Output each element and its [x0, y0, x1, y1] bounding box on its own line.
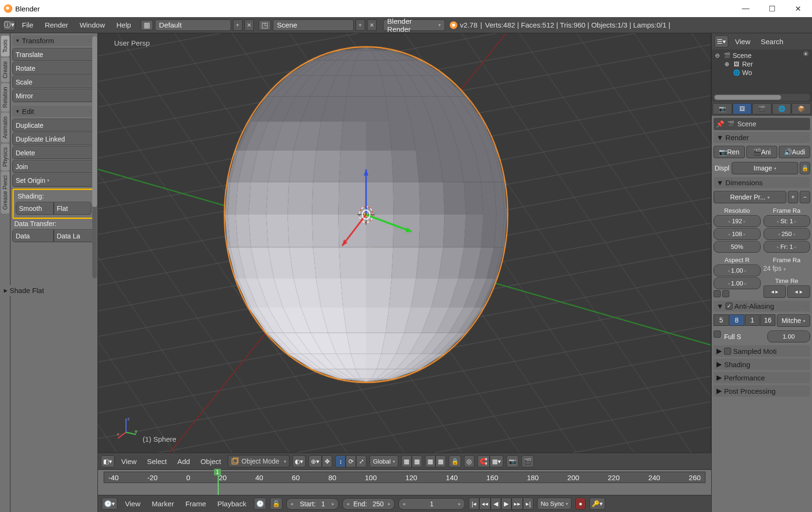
- current-frame-field[interactable]: ◂1▸: [398, 498, 465, 510]
- set-origin-button[interactable]: Set Origin: [12, 174, 95, 187]
- render-image-button[interactable]: 📷Ren: [714, 146, 745, 158]
- manipulator-rotate-icon[interactable]: ⟳: [346, 455, 356, 467]
- tab-render-icon[interactable]: 📷: [713, 103, 732, 114]
- fps-select[interactable]: 24 fps: [764, 265, 811, 276]
- layers-group-2[interactable]: ▦▦: [425, 455, 446, 467]
- data-transfer-button[interactable]: Data: [12, 229, 54, 242]
- preset-add-button[interactable]: +: [788, 191, 798, 203]
- aa-5[interactable]: 5: [714, 314, 729, 326]
- mirror-button[interactable]: Mirror: [12, 89, 95, 102]
- outliner-menu-view[interactable]: View: [731, 36, 754, 47]
- view3d-menu-object[interactable]: Object: [197, 456, 225, 467]
- border-checkbox[interactable]: [714, 290, 721, 297]
- tool-tab-create[interactable]: Create: [1, 57, 10, 82]
- view3d-menu-view[interactable]: View: [117, 456, 140, 467]
- info-editor-type-icon[interactable]: ⓘ▾: [3, 20, 15, 30]
- transform-orientation-select[interactable]: Global: [369, 455, 398, 467]
- anti-aliasing-header[interactable]: ▼✓Anti-Aliasing∷: [714, 301, 810, 312]
- preset-remove-button[interactable]: −: [800, 191, 810, 203]
- join-button[interactable]: Join: [12, 160, 95, 173]
- crop-checkbox[interactable]: [722, 290, 729, 297]
- timeline-menu-marker[interactable]: Marker: [148, 498, 178, 509]
- tab-scene-icon[interactable]: 🎬: [752, 103, 772, 114]
- tool-tab-greasepencil[interactable]: Grease Penci: [1, 171, 10, 214]
- full-sample-checkbox[interactable]: [714, 331, 721, 338]
- timeline-menu-playback[interactable]: Playback: [213, 498, 250, 509]
- tab-object-icon[interactable]: 📦: [792, 103, 811, 114]
- sync-mode-select[interactable]: No Sync: [537, 498, 571, 510]
- use-preview-range-icon[interactable]: 🕒: [254, 498, 266, 510]
- view3d-menu-select[interactable]: Select: [143, 456, 171, 467]
- res-pct-field[interactable]: 50%: [714, 241, 761, 253]
- performance-header[interactable]: ▶Performance: [714, 372, 810, 383]
- opengl-render-anim-icon[interactable]: 🎬: [522, 455, 534, 467]
- object-mode-select[interactable]: Object Mode: [228, 455, 290, 467]
- add-scene-button[interactable]: +: [356, 19, 365, 31]
- view3d-menu-add[interactable]: Add: [174, 456, 194, 467]
- render-display-select[interactable]: Image: [732, 162, 798, 174]
- pivot-icon[interactable]: ⊕▾: [309, 455, 322, 467]
- post-processing-header[interactable]: ▶Post Processing: [714, 385, 810, 397]
- timeline-menu-view[interactable]: View: [121, 498, 144, 509]
- remap-new[interactable]: ◂ ▸: [787, 285, 810, 298]
- outliner-add-icon[interactable]: +: [802, 50, 809, 57]
- 3d-viewport[interactable]: User Persp (1) Sphere x y z: [98, 33, 711, 453]
- manipulator-translate-icon[interactable]: ↕: [335, 455, 346, 467]
- scene-select[interactable]: Scene: [273, 19, 354, 31]
- prev-keyframe-icon[interactable]: ◂◂: [479, 498, 491, 510]
- add-layout-button[interactable]: +: [233, 19, 242, 31]
- menu-window[interactable]: Window: [75, 19, 109, 30]
- menu-file[interactable]: File: [17, 19, 38, 30]
- res-y-field[interactable]: ◂108▸: [714, 228, 761, 240]
- end-frame-field[interactable]: ◂End: 250▸: [342, 498, 395, 510]
- remap-old[interactable]: ◂ ▸: [764, 285, 786, 298]
- proportional-edit-icon[interactable]: ◎: [464, 455, 474, 467]
- outliner-editor-type-icon[interactable]: ☰▾: [715, 36, 728, 47]
- outliner-tree[interactable]: + ⊖🎬Scene ⊕🖼Rer 🌐Wo: [712, 49, 812, 102]
- render-animation-button[interactable]: 🎬Ani: [746, 146, 778, 158]
- autokey-icon[interactable]: ●: [575, 498, 586, 510]
- tool-tab-physics[interactable]: Physics: [1, 143, 10, 171]
- frame-start-field[interactable]: ◂St: 1▸: [764, 215, 811, 227]
- sampled-motion-header[interactable]: ▶Sampled Moti: [714, 345, 810, 357]
- delete-button[interactable]: Delete: [12, 146, 95, 159]
- outliner-hscroll[interactable]: [714, 94, 810, 101]
- dimensions-panel-header[interactable]: ▼Dimensions∷: [714, 177, 810, 188]
- timeline-menu-frame[interactable]: Frame: [182, 498, 210, 509]
- shade-smooth-button[interactable]: Smooth: [16, 202, 54, 215]
- manipulator-scale-icon[interactable]: ⤢: [356, 455, 367, 467]
- timeline-area[interactable]: -40-200204060801001201401601802002202402…: [98, 469, 711, 495]
- tree-row-renderlayers[interactable]: ⊕🖼Rer: [713, 60, 811, 68]
- timeline-editor-type-icon[interactable]: 🕒▾: [102, 498, 117, 510]
- delete-scene-button[interactable]: ✕: [367, 19, 377, 31]
- next-keyframe-icon[interactable]: ▸▸: [512, 498, 523, 510]
- menu-help[interactable]: Help: [112, 19, 136, 30]
- snap-icon[interactable]: 🧲: [477, 455, 490, 467]
- start-frame-field[interactable]: ◂Start: 1▸: [286, 498, 338, 510]
- aa-11[interactable]: 1: [745, 314, 760, 326]
- jump-first-icon[interactable]: |◂: [469, 498, 479, 510]
- play-icon[interactable]: ▶: [501, 498, 512, 510]
- tree-row-scene[interactable]: ⊖🎬Scene: [713, 51, 811, 60]
- res-x-field[interactable]: ◂192▸: [714, 215, 761, 227]
- sampled-motion-checkbox[interactable]: [724, 348, 731, 355]
- lock-camera-icon[interactable]: 🔒: [449, 455, 461, 467]
- data-layout-button[interactable]: Data La: [54, 229, 95, 242]
- tool-tab-tools[interactable]: Tools: [1, 36, 10, 57]
- render-preset-select[interactable]: Render Pr...: [714, 191, 786, 203]
- shading-props-header[interactable]: ▶Shading: [714, 359, 810, 370]
- render-panel-header[interactable]: ▼Render∷: [714, 132, 810, 143]
- snap-type-icon[interactable]: ▦▾: [490, 455, 503, 467]
- outliner-menu-search[interactable]: Search: [757, 36, 787, 47]
- tab-world-icon[interactable]: 🌐: [772, 103, 792, 114]
- viewport-shading-icon[interactable]: ◐▾: [292, 455, 306, 467]
- play-reverse-icon[interactable]: ◀: [491, 498, 501, 510]
- scene-icon[interactable]: ◳: [259, 20, 271, 30]
- translate-button[interactable]: Translate: [12, 48, 95, 61]
- delete-layout-button[interactable]: ✕: [244, 19, 254, 31]
- frame-step-field[interactable]: ◂Fr: 1▸: [764, 241, 811, 253]
- pin-icon[interactable]: 📌: [715, 120, 724, 128]
- aspect-x-field[interactable]: ◂1.00▸: [714, 265, 761, 276]
- screen-layout-select[interactable]: Default: [155, 19, 231, 31]
- menu-render[interactable]: Render: [40, 19, 73, 30]
